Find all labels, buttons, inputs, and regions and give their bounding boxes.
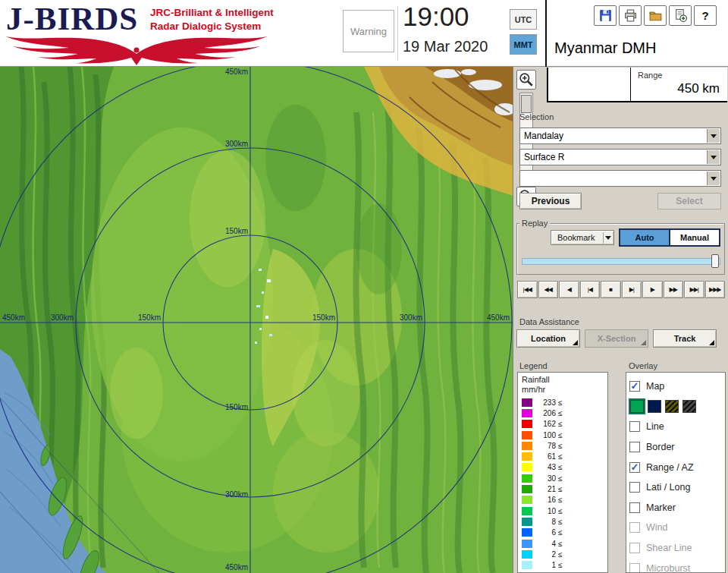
legend-leq-sign: ≤ [558, 507, 563, 515]
map-style-swatch-1[interactable] [648, 400, 661, 413]
overlay-item-label: Marker [646, 502, 676, 513]
legend-panel: Rainfall mm/hr 233≤206≤162≤100≤78≤61≤43≤… [517, 372, 608, 573]
legend-row: 206≤ [522, 408, 604, 418]
legend-row: 30≤ [522, 473, 604, 483]
bookmark-button[interactable]: Bookmark [551, 230, 614, 245]
overlay-item-map[interactable]: ✓Map [629, 376, 722, 397]
map-style-swatch-0[interactable] [630, 400, 644, 413]
assist-button-label: Location [531, 334, 566, 343]
checkbox-checked[interactable]: ✓ [629, 462, 640, 473]
selection-label: Selection [519, 112, 554, 121]
overlay-item-line[interactable]: Line [629, 417, 722, 437]
export-image-button[interactable] [669, 5, 692, 26]
overlay-item-label: Line [646, 421, 664, 432]
open-folder-button[interactable] [644, 5, 667, 26]
corner-triangle-icon [641, 340, 646, 345]
timeline-handle[interactable] [711, 254, 719, 268]
overlay-item-lati-long[interactable]: Lati / Long [629, 477, 722, 498]
playback-button-6[interactable]: ▶ [642, 281, 663, 298]
playback-button-0[interactable]: |◀◀ [517, 281, 538, 298]
legend-color-swatch [522, 518, 532, 526]
ring-label: 300km [225, 140, 248, 148]
legend-value: 78 [536, 442, 556, 450]
playback-button-4[interactable]: ■ [601, 281, 621, 298]
help-icon: ? [701, 9, 708, 22]
previous-button[interactable]: Previous [519, 193, 582, 209]
overlay-item-label: Range / AZ [646, 462, 694, 473]
checkbox-unchecked[interactable] [629, 421, 640, 432]
legend-row: 21≤ [522, 483, 604, 494]
radar-map[interactable]: 450km 300km 150km 150km 300km 450km 450k… [0, 67, 513, 573]
legend-row: 6≤ [522, 527, 604, 538]
corner-triangle-icon [709, 340, 714, 345]
manual-button[interactable]: Manual [670, 230, 719, 245]
overlay-item-marker[interactable]: Marker [629, 498, 722, 518]
checkbox-unchecked[interactable] [629, 442, 640, 452]
overlay-item-microburst: Microburst [629, 558, 722, 573]
help-button[interactable]: ? [694, 5, 717, 26]
playback-button-3[interactable]: |◀ [580, 281, 601, 298]
range-label: Range [638, 71, 662, 80]
checkbox-unchecked[interactable] [629, 502, 640, 513]
assist-button-label: X-Section [598, 334, 636, 343]
zoom-slider-handle[interactable] [521, 95, 532, 113]
print-button[interactable] [619, 5, 642, 26]
overlay-item-label: Shear Line [646, 543, 692, 553]
legend-leq-sign: ≤ [558, 398, 563, 407]
playback-button-5[interactable]: ▶| [622, 281, 642, 298]
save-button[interactable] [594, 5, 617, 26]
assist-track-button[interactable]: Track [653, 329, 717, 348]
legend-color-swatch [522, 409, 532, 417]
ring-label: 450km [2, 313, 25, 322]
legend-color-swatch [522, 452, 532, 461]
playback-button-8[interactable]: ▶▶| [684, 281, 704, 298]
selection-combo-0[interactable]: Mandalay [519, 128, 721, 144]
ring-label: 150km [312, 313, 335, 322]
eagle-logo-icon [3, 35, 270, 65]
document-plus-icon [673, 8, 688, 23]
overlay-item-wind: Wind [629, 518, 722, 538]
checkbox-unchecked[interactable] [629, 482, 640, 493]
checkbox-unchecked [629, 543, 640, 553]
ring-label: 300km [400, 313, 422, 322]
clock-time: 19:00 [403, 2, 469, 32]
selection-combo-1[interactable]: Surface R [519, 149, 721, 165]
legend-color-swatch [522, 420, 532, 428]
legend-row: 162≤ [522, 419, 604, 430]
chevron-down-icon [605, 236, 611, 240]
chevron-down-icon[interactable] [707, 129, 720, 143]
map-style-swatch-3[interactable] [682, 400, 696, 413]
zoom-in-button[interactable] [516, 70, 536, 90]
selection-combo-2[interactable] [519, 170, 721, 187]
legend-row: 8≤ [522, 516, 604, 527]
playback-button-9[interactable]: ▶▶▶ [705, 281, 726, 298]
legend-leq-sign: ≤ [558, 518, 563, 526]
chevron-down-icon[interactable] [707, 150, 720, 164]
replay-timeline-slider[interactable] [522, 254, 720, 268]
auto-button[interactable]: Auto [620, 230, 669, 245]
utc-button[interactable]: UTC [510, 9, 537, 30]
map-style-swatch-2[interactable] [665, 400, 679, 413]
playback-button-7[interactable]: ▶▶ [664, 281, 684, 298]
playback-button-1[interactable]: ◀◀ [538, 281, 559, 298]
timeline-track[interactable] [522, 258, 720, 265]
checkbox-checked[interactable]: ✓ [629, 381, 640, 392]
overlay-item-border[interactable]: Border [629, 437, 722, 458]
data-assistance-label: Data Assistance [519, 317, 579, 326]
overlay-item-range-az[interactable]: ✓Range / AZ [629, 457, 722, 477]
warning-button[interactable]: Warning [343, 10, 394, 52]
org-title: Myanmar DMH [554, 39, 656, 57]
assist-location-button[interactable]: Location [516, 329, 580, 348]
mmt-button[interactable]: MMT [510, 34, 537, 55]
clock-date: 19 Mar 2020 [403, 38, 488, 55]
legend-value: 206 [536, 409, 556, 417]
playback-controls: |◀◀◀◀◀|◀■▶|▶▶▶▶▶|▶▶▶ [517, 281, 725, 298]
legend-leq-sign: ≤ [558, 496, 563, 504]
chevron-down-icon[interactable] [707, 172, 720, 185]
legend-color-swatch [522, 474, 532, 483]
legend-row: 2≤ [522, 549, 604, 559]
playback-button-2[interactable]: ◀ [559, 281, 579, 298]
legend-leq-sign: ≤ [558, 452, 563, 461]
legend-color-swatch [522, 550, 532, 559]
combo-value: Mandalay [524, 131, 563, 141]
